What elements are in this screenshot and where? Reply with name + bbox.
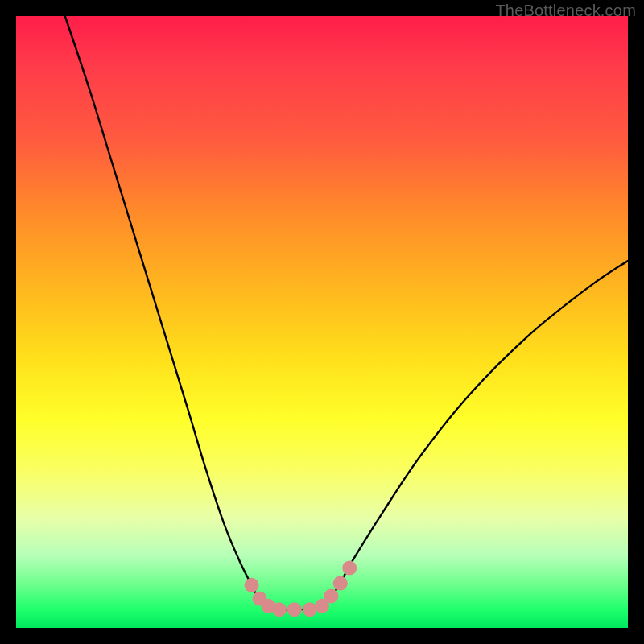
pink-bottom-3 (303, 602, 317, 617)
pink-right-3 (333, 576, 348, 591)
pink-bottom-1 (272, 602, 287, 617)
pink-left-1 (245, 578, 259, 592)
trough-markers (245, 561, 357, 617)
pink-right-4 (342, 561, 357, 576)
pink-right-2 (324, 588, 338, 603)
chart-frame: TheBottleneck.com (0, 0, 644, 644)
plot-area (16, 16, 628, 628)
watermark-text: TheBottleneck.com (495, 2, 636, 20)
pink-bottom-2 (287, 602, 302, 617)
bottleneck-curve (65, 16, 628, 609)
curve-layer (16, 16, 628, 628)
